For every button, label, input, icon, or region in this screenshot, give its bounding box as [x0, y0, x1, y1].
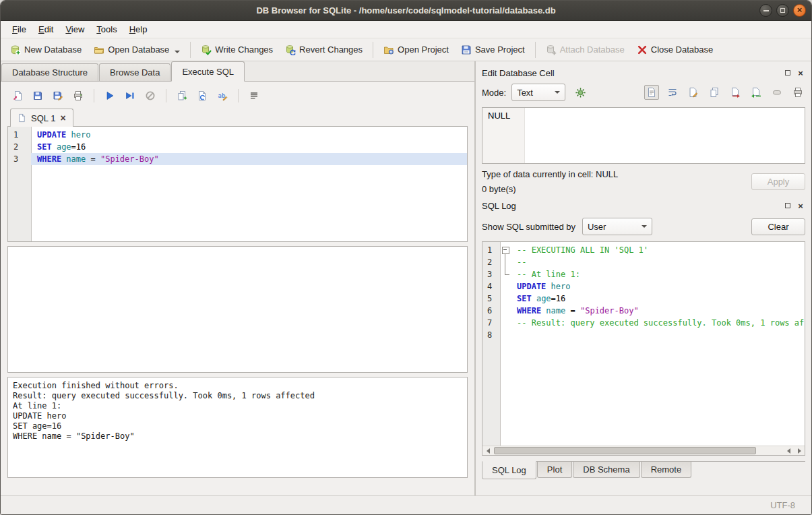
- submitted-by-combobox[interactable]: User: [582, 218, 652, 235]
- minimize-button[interactable]: [759, 4, 772, 17]
- apply-button[interactable]: Apply: [751, 173, 805, 190]
- tab-browse-data[interactable]: Browse Data: [99, 63, 170, 81]
- execution-message-pane[interactable]: Execution finished without errors.Result…: [7, 377, 468, 478]
- fold-column: [500, 317, 511, 329]
- statusbar: UTF-8: [1, 495, 811, 514]
- export-cell-button[interactable]: [728, 85, 743, 100]
- word-wrap-button[interactable]: [665, 85, 680, 100]
- close-panel-button[interactable]: ×: [796, 68, 805, 78]
- fold-column: [500, 280, 511, 293]
- format-sql-button[interactable]: [245, 87, 263, 104]
- open-database-button[interactable]: Open Database: [88, 42, 185, 58]
- results-grid[interactable]: [7, 246, 468, 373]
- find-replace-button[interactable]: [193, 87, 211, 104]
- mode-combobox[interactable]: Text: [511, 84, 565, 101]
- tab-execute-sql[interactable]: Execute SQL: [171, 61, 245, 82]
- close-panel-button[interactable]: ×: [796, 201, 805, 210]
- print-sql-button[interactable]: [69, 87, 87, 104]
- code-line[interactable]: 2--: [482, 256, 805, 268]
- write-changes-button[interactable]: Write Changes: [195, 42, 278, 58]
- tab-close-icon[interactable]: ×: [60, 113, 65, 123]
- float-panel-button[interactable]: [783, 201, 792, 210]
- chevron-down-icon: [642, 225, 647, 228]
- import-page-icon: [751, 87, 761, 98]
- code-line[interactable]: 3-- At line 1:: [482, 268, 805, 280]
- code-line[interactable]: 3WHERE name = "Spider-Boy": [8, 153, 467, 165]
- code-line[interactable]: 1-- EXECUTING ALL IN 'SQL 1': [482, 244, 805, 256]
- stop-execution-button[interactable]: [142, 87, 159, 104]
- float-panel-button[interactable]: [783, 68, 792, 78]
- code-line[interactable]: 8: [482, 329, 805, 341]
- sql-editor[interactable]: 1UPDATE hero2SET age=163WHERE name = "Sp…: [7, 126, 468, 242]
- cell-editor-body[interactable]: [525, 108, 805, 163]
- titlebar[interactable]: DB Browser for SQLite - /home/user/code/…: [1, 1, 811, 21]
- revert-changes-icon: [285, 44, 296, 55]
- fold-collapse-icon[interactable]: [500, 244, 511, 256]
- import-cell-button[interactable]: [749, 85, 763, 100]
- code-line[interactable]: 2SET age=16: [8, 141, 467, 153]
- sql-log-viewer[interactable]: 1-- EXECUTING ALL IN 'SQL 1'2--3-- At li…: [482, 241, 805, 456]
- code-line[interactable]: 5SET age=16: [482, 293, 805, 305]
- toolbar-button-label: Save Project: [475, 44, 525, 55]
- copy-cell-button[interactable]: [707, 85, 722, 100]
- close-button[interactable]: ×: [793, 4, 806, 17]
- fold-column: [500, 293, 511, 305]
- menu-edit[interactable]: Edit: [32, 22, 59, 36]
- horizontal-scrollbar[interactable]: [482, 446, 805, 455]
- save-project-button[interactable]: Save Project: [456, 42, 530, 58]
- close-panel-icon: ×: [798, 69, 803, 78]
- new-database-button[interactable]: New Database: [5, 42, 87, 58]
- save-sql-file-button[interactable]: [29, 87, 46, 104]
- sql-log-code[interactable]: 1-- EXECUTING ALL IN 'SQL 1'2--3-- At li…: [482, 242, 805, 446]
- find-replace-icon: [197, 90, 208, 101]
- revert-changes-button[interactable]: Revert Changes: [280, 42, 368, 58]
- open-sql-new-tab-button[interactable]: [173, 87, 191, 104]
- menu-help[interactable]: Help: [123, 22, 154, 36]
- code-line[interactable]: 1UPDATE hero: [8, 129, 467, 141]
- chevron-down-icon[interactable]: [175, 51, 180, 53]
- menu-file[interactable]: File: [6, 22, 32, 36]
- text-mode-button[interactable]: [644, 85, 659, 100]
- close-database-button[interactable]: Close Database: [631, 42, 719, 58]
- save-sql-file-as-button[interactable]: [49, 87, 67, 104]
- toolbar-separator: [373, 42, 373, 58]
- cell-editor-settings-button[interactable]: [571, 84, 590, 101]
- autocomplete-button[interactable]: ab: [214, 87, 231, 104]
- scrollbar-thumb[interactable]: [494, 447, 756, 454]
- cell-editor[interactable]: NULL: [482, 107, 805, 164]
- write-changes-icon: [201, 44, 212, 55]
- set-null-button[interactable]: [770, 85, 784, 100]
- code-line[interactable]: 6WHERE name = "Spider-Boy": [482, 305, 805, 317]
- scrollbar-track[interactable]: [493, 446, 783, 455]
- clear-log-button[interactable]: Clear: [751, 218, 805, 235]
- menu-tools[interactable]: Tools: [90, 22, 123, 36]
- cell-size-info: 0 byte(s): [482, 184, 618, 194]
- execute-current-line-button[interactable]: [121, 87, 139, 104]
- copy-icon: [709, 87, 720, 98]
- execute-all-button[interactable]: [101, 87, 119, 104]
- open-project-button[interactable]: Open Project: [378, 42, 454, 58]
- print-cell-button[interactable]: [790, 85, 805, 100]
- arrow-left-icon: [487, 448, 490, 454]
- maximize-button[interactable]: [776, 4, 789, 17]
- tab-sql-log[interactable]: SQL Log: [482, 461, 536, 479]
- scroll-left-button-2[interactable]: [783, 446, 794, 455]
- menu-view[interactable]: View: [59, 22, 90, 36]
- code-line[interactable]: 7-- Result: query executed successfully.…: [482, 317, 805, 329]
- scroll-left-button[interactable]: [482, 446, 493, 455]
- sql-doc-tab[interactable]: SQL 1 ×: [10, 109, 73, 127]
- message-line: SET age=16: [13, 421, 462, 431]
- tab-plot[interactable]: Plot: [537, 462, 572, 478]
- tab-db-schema[interactable]: DB Schema: [573, 462, 639, 478]
- scroll-right-button[interactable]: [794, 446, 805, 455]
- attach-database-button[interactable]: Attach Database: [540, 42, 630, 58]
- fold-column: [500, 256, 511, 268]
- code-line[interactable]: 4UPDATE hero: [482, 280, 805, 293]
- edit-external-button[interactable]: [686, 85, 701, 100]
- message-line: At line 1:: [13, 401, 462, 411]
- tab-remote[interactable]: Remote: [641, 462, 692, 478]
- encoding-indicator[interactable]: UTF-8: [770, 500, 795, 510]
- open-sql-file-button[interactable]: [9, 87, 26, 104]
- toolbar-separator: [190, 42, 191, 58]
- tab-database-structure[interactable]: Database Structure: [1, 63, 98, 81]
